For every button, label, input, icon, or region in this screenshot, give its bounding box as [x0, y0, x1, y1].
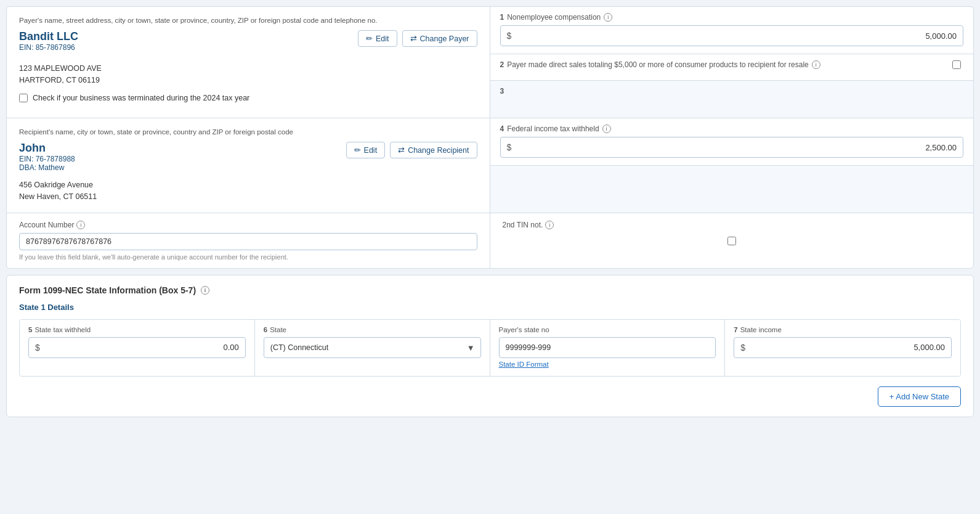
state-section-title: Form 1099-NEC State Information (Box 5-7…: [19, 285, 961, 295]
tin-checkbox[interactable]: [727, 237, 736, 245]
field2-info-icon[interactable]: i: [812, 60, 820, 69]
terminated-checkbox[interactable]: [19, 94, 28, 102]
field2-num: 2: [500, 60, 504, 69]
field4-box: 4 Federal income tax withheld i $: [490, 118, 974, 166]
field1-label-text: Nonemployee compensation: [507, 13, 601, 22]
recipient-btn-group: ✏ Edit ⇄ Change Recipient: [346, 142, 477, 158]
field1-input-wrapper: $: [500, 25, 964, 46]
account-number-input[interactable]: [19, 233, 477, 250]
tin-checkbox-wrapper: [503, 234, 962, 245]
state-select[interactable]: (CT) Connecticut (CA) California (NY) Ne…: [264, 337, 481, 358]
add-state-row: + Add New State: [19, 386, 961, 407]
state-select-wrapper: (CT) Connecticut (CA) California (NY) Ne…: [264, 337, 481, 358]
recipient-address-line2: New Haven, CT 06511: [19, 191, 477, 203]
state-income-input[interactable]: [749, 343, 945, 352]
state-section-info-icon[interactable]: i: [201, 286, 209, 295]
recipient-section-label: Recipient's name, city or town, state or…: [19, 128, 477, 136]
field1-info-icon[interactable]: i: [604, 13, 612, 22]
payer-btn-group: ✏ Edit ⇄ Change Payer: [358, 30, 477, 47]
state-field7-label-text: State income: [740, 326, 782, 333]
account-label: Account Number i: [19, 221, 477, 229]
state-field5-label-text: State tax withheld: [34, 326, 91, 333]
state-field5: 5 State tax withheld $: [20, 320, 255, 376]
account-hint: If you leave this field blank, we'll aut…: [19, 253, 477, 261]
right-fields-section: 1 Nonemployee compensation i $ 2 Payer: [490, 7, 974, 118]
field4-input-wrapper: $: [500, 137, 964, 158]
terminated-checkbox-label: Check if your business was terminated du…: [33, 94, 249, 102]
recipient-name-row: John EIN: 76-7878988 DBA: Mathew ✏ Edit …: [19, 142, 477, 177]
state-field7-input-wrapper: $: [734, 337, 952, 358]
edit-recipient-label: Edit: [364, 146, 378, 155]
payer-section-label: Payer's name, street address, city or to…: [19, 17, 477, 24]
recipient-section: Recipient's name, city or town, state or…: [7, 118, 490, 213]
field2-checkbox-wrapper: [952, 60, 963, 69]
change-payer-icon: ⇄: [410, 34, 417, 43]
recipient-address-line1: 456 Oakridge Avenue: [19, 179, 477, 191]
edit-recipient-button[interactable]: ✏ Edit: [346, 142, 386, 158]
state-section-title-text: Form 1099-NEC State Information (Box 5-7…: [19, 285, 196, 295]
account-right: 2nd TIN not. i: [490, 213, 974, 268]
state-field6-num: 6: [264, 326, 267, 333]
field4-label-text: Federal income tax withheld: [507, 124, 599, 133]
recipient-name: John: [19, 142, 75, 155]
tin-info-icon[interactable]: i: [545, 221, 554, 229]
state-field5-dollar: $: [35, 343, 40, 353]
field4-info-icon[interactable]: i: [602, 124, 611, 133]
state-field5-num: 5: [28, 326, 32, 333]
field3-num: 3: [500, 87, 504, 96]
field2-label-row: 2 Payer made direct sales totaling $5,00…: [500, 60, 820, 69]
field2-box: 2 Payer made direct sales totaling $5,00…: [490, 54, 974, 81]
state-field6-label: 6 State: [264, 326, 481, 333]
field1-label-row: 1 Nonemployee compensation i: [500, 13, 964, 22]
state-field7-dollar: $: [740, 343, 745, 353]
change-payer-button[interactable]: ⇄ Change Payer: [402, 30, 477, 47]
field1-box: 1 Nonemployee compensation i $: [490, 7, 974, 54]
payers-state-no-label-text: Payer's state no: [499, 326, 549, 333]
field4-label-row: 4 Federal income tax withheld i: [500, 124, 964, 133]
state-tax-withheld-input[interactable]: [44, 343, 239, 352]
recipient-dba: DBA: Mathew: [19, 163, 75, 172]
payer-name-row: Bandit LLC EIN: 85-7867896 ✏ Edit ⇄ Chan…: [19, 30, 477, 58]
payer-address-line2: HARTFORD, CT 06119: [19, 75, 477, 86]
state-id-format-link[interactable]: State ID Format: [499, 361, 549, 368]
tin-label-text: 2nd TIN not.: [503, 221, 543, 229]
right-fields-section-2: 4 Federal income tax withheld i $: [490, 118, 974, 213]
change-recipient-button[interactable]: ⇄ Change Recipient: [390, 142, 477, 158]
field5-empty-box: [490, 166, 974, 213]
payers-state-no-input[interactable]: [499, 337, 716, 358]
field1-dollar-sign: $: [507, 31, 512, 41]
edit-icon: ✏: [366, 34, 373, 43]
state-field5-label: 5 State tax withheld: [28, 326, 246, 333]
state-field7-label: 7 State income: [734, 326, 952, 333]
top-card-grid: Payer's name, street address, city or to…: [7, 7, 973, 118]
top-card: Payer's name, street address, city or to…: [6, 6, 974, 269]
field4-num: 4: [500, 124, 504, 133]
payer-ein: EIN: 85-7867896: [19, 43, 78, 52]
edit-recipient-icon: ✏: [354, 145, 361, 155]
payer-name: Bandit LLC: [19, 30, 78, 43]
change-payer-label: Change Payer: [420, 35, 469, 43]
account-left: Account Number i If you leave this field…: [7, 213, 490, 268]
change-recipient-icon: ⇄: [398, 145, 405, 155]
field4-input[interactable]: [515, 143, 957, 152]
field3-label-row: 3: [500, 87, 964, 96]
field2-checkbox[interactable]: [952, 60, 961, 69]
main-container: Payer's name, street address, city or to…: [0, 0, 980, 423]
field4-dollar-sign: $: [507, 142, 512, 152]
account-info-icon[interactable]: i: [76, 221, 85, 229]
field1-input[interactable]: [515, 31, 957, 41]
edit-payer-button[interactable]: ✏ Edit: [358, 30, 397, 47]
field1-num: 1: [500, 13, 504, 22]
state-field7-num: 7: [734, 326, 737, 333]
second-row-grid: Recipient's name, city or town, state or…: [7, 118, 973, 213]
account-label-text: Account Number: [19, 221, 74, 229]
state-section: Form 1099-NEC State Information (Box 5-7…: [6, 275, 974, 417]
recipient-name-block: John EIN: 76-7878988 DBA: Mathew: [19, 142, 75, 177]
field2-label-text: Payer made direct sales totaling $5,000 …: [507, 60, 809, 69]
add-new-state-button[interactable]: + Add New State: [878, 386, 961, 407]
terminated-checkbox-row: Check if your business was terminated du…: [19, 94, 477, 102]
edit-payer-label: Edit: [376, 35, 389, 43]
add-state-btn-label: + Add New State: [889, 392, 949, 401]
state-field6-label-text: State: [270, 326, 286, 333]
recipient-address: 456 Oakridge Avenue New Haven, CT 06511: [19, 179, 477, 203]
